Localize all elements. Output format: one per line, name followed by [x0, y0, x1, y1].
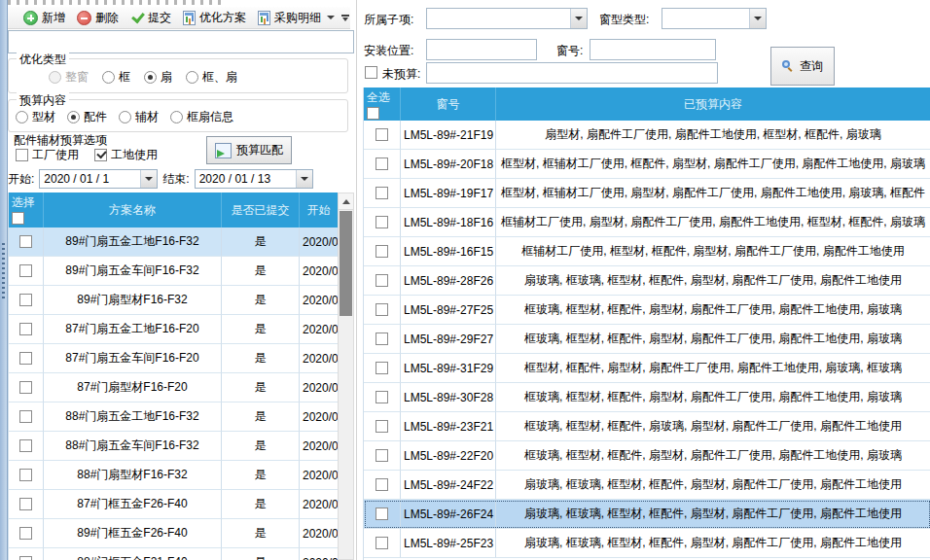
- select-all-checkbox[interactable]: [12, 212, 24, 225]
- select-all-checkbox[interactable]: [367, 107, 379, 120]
- row-checkbox[interactable]: [19, 381, 32, 394]
- chevron-down-icon[interactable]: [749, 9, 766, 28]
- table-row[interactable]: LM5L-89#-19F17框型材, 框辅材工厂使用, 扇型材, 扇配件工厂使用…: [364, 179, 930, 208]
- table-row[interactable]: LM5L-89#-20F18框型材, 框辅材工厂使用, 框配件, 扇型材, 扇配…: [364, 150, 930, 179]
- radio-whole-window[interactable]: 整窗: [49, 69, 89, 86]
- row-select-cell: [9, 402, 44, 432]
- row-checkbox[interactable]: [376, 420, 388, 433]
- plan-table-scrollbar[interactable]: [338, 192, 354, 560]
- table-row[interactable]: 87#门扇五金工地F16-F20是2020/0: [9, 315, 339, 344]
- row-checkbox[interactable]: [376, 128, 388, 141]
- table-row[interactable]: 88#门扇五金车间F16-F32是2020/0: [9, 432, 339, 461]
- radio-profile[interactable]: 型材: [16, 109, 55, 125]
- query-button[interactable]: 查询: [770, 47, 835, 86]
- row-checkbox[interactable]: [19, 352, 32, 365]
- table-row[interactable]: 88#门扇五金工地F16-F32是2020/0: [9, 402, 339, 432]
- date-start-picker[interactable]: 2020 / 01 / 1: [39, 169, 158, 189]
- plan-name-header[interactable]: 方案名称: [44, 192, 222, 228]
- table-row[interactable]: LM5L-89#-22F20框玻璃, 框型材, 框配件, 扇型材, 扇配件工厂使…: [364, 441, 930, 471]
- no-budget-checkbox[interactable]: [365, 66, 377, 79]
- toolbar-overflow-button[interactable]: [341, 9, 349, 26]
- checkbox-site-use[interactable]: 工地使用: [94, 147, 158, 163]
- table-row[interactable]: 89#门框五金F26-F40是2020/0: [9, 519, 339, 548]
- purchase-detail-button[interactable]: 采购明细: [253, 8, 340, 28]
- table-row[interactable]: LM5L-89#-16F15框辅材工厂使用, 框型材, 框配件, 扇型材, 扇配…: [364, 237, 930, 266]
- checkbox-factory-use[interactable]: 工厂使用: [16, 147, 79, 163]
- row-checkbox[interactable]: [376, 449, 388, 462]
- row-checkbox[interactable]: [19, 323, 32, 335]
- row-checkbox[interactable]: [376, 274, 388, 287]
- chevron-down-icon[interactable]: [296, 170, 312, 188]
- row-checkbox[interactable]: [376, 332, 388, 345]
- row-checkbox[interactable]: [19, 410, 32, 423]
- budgeted-content-header[interactable]: 已预算内容: [496, 88, 930, 121]
- plan-filter-input[interactable]: [8, 30, 354, 53]
- budgeted-content-cell: 框玻璃, 框型材, 框配件, 扇型材, 扇配件工厂使用, 扇配件工地使用, 扇玻…: [496, 325, 930, 354]
- optimize-plan-button[interactable]: 优化方案: [178, 8, 251, 28]
- delete-button[interactable]: 删除: [72, 8, 124, 28]
- no-budget-input[interactable]: [426, 62, 718, 84]
- row-checkbox[interactable]: [19, 264, 32, 277]
- radio-accessory[interactable]: 配件: [67, 109, 107, 125]
- row-checkbox[interactable]: [376, 537, 388, 549]
- table-row[interactable]: 89#门扇五金车间F16-F32是2020/0: [9, 257, 339, 286]
- chevron-down-icon[interactable]: [570, 9, 587, 28]
- collapsed-splitter[interactable]: [0, 0, 8, 560]
- plan-table: 选择 方案名称 是否已提交 开始 89#门扇五金工地F16-F32是2020/0…: [8, 192, 339, 560]
- row-checkbox[interactable]: [376, 216, 388, 228]
- submitted-header[interactable]: 是否已提交: [222, 192, 300, 228]
- table-row[interactable]: LM5L-89#-18F16框辅材工厂使用, 扇型材, 扇配件工厂使用, 扇配件…: [364, 208, 930, 237]
- table-row[interactable]: 87#门扇五金车间F16-F20是2020/0: [9, 344, 339, 373]
- row-checkbox[interactable]: [19, 527, 32, 540]
- row-checkbox[interactable]: [376, 391, 388, 403]
- submit-button[interactable]: 提交: [125, 8, 176, 28]
- row-checkbox[interactable]: [376, 303, 388, 316]
- table-row[interactable]: 89#门扇型材F16-F32是2020/0: [9, 286, 339, 315]
- sub-item-select[interactable]: [426, 8, 588, 29]
- window-no-input[interactable]: [590, 39, 716, 60]
- radio-frame[interactable]: 框: [102, 69, 130, 86]
- row-checkbox[interactable]: [376, 478, 388, 491]
- row-checkbox[interactable]: [376, 362, 388, 374]
- table-row[interactable]: LM5L-89#-23F21框玻璃, 框型材, 框配件, 扇玻璃, 扇型材, 扇…: [364, 412, 930, 441]
- chevron-down-icon[interactable]: [140, 170, 157, 188]
- start-header[interactable]: 开始: [300, 192, 339, 228]
- table-row[interactable]: 87#门扇型材F16-F20是2020/0: [9, 373, 339, 402]
- row-checkbox[interactable]: [19, 469, 32, 481]
- new-button[interactable]: 新增: [18, 8, 70, 28]
- scrollbar-thumb[interactable]: [340, 211, 352, 316]
- table-row[interactable]: 89#门扇五金工地F16-F32是2020/0: [9, 228, 339, 257]
- radio-frame-sash-info[interactable]: 框扇信息: [170, 109, 233, 125]
- table-row[interactable]: LM5L-89#-21F19扇型材, 扇配件工厂使用, 扇配件工地使用, 框型材…: [364, 121, 930, 150]
- table-row[interactable]: LM5L-89#-28F26扇玻璃, 框玻璃, 框型材, 框配件, 扇型材, 扇…: [364, 266, 930, 296]
- window-type-select[interactable]: [662, 8, 767, 29]
- table-row[interactable]: LM5L-89#-27F25框玻璃, 框型材, 框配件, 扇型材, 扇配件工厂使…: [364, 296, 930, 325]
- install-position-input[interactable]: [426, 39, 537, 60]
- table-row[interactable]: LM5L-89#-31F29框型材, 框配件, 扇型材, 扇配件工厂使用, 扇配…: [364, 354, 930, 383]
- row-checkbox[interactable]: [19, 556, 32, 560]
- table-row[interactable]: 88#门扇型材F16-F32是2020/0: [9, 461, 339, 490]
- row-checkbox[interactable]: [376, 187, 388, 199]
- table-row[interactable]: 88#门框五金F21-F40是2020/0: [9, 548, 339, 560]
- row-checkbox[interactable]: [376, 245, 388, 258]
- budget-match-button[interactable]: 预算匹配: [206, 136, 292, 164]
- table-row[interactable]: LM5L-89#-26F24扇玻璃, 框玻璃, 框型材, 框配件, 扇型材, 扇…: [364, 500, 930, 529]
- date-end-picker[interactable]: 2020 / 01 / 13: [195, 169, 313, 189]
- radio-sash[interactable]: 扇: [144, 69, 172, 86]
- table-row[interactable]: LM5L-89#-30F28框玻璃, 框型材, 框配件, 扇型材, 扇配件工厂使…: [364, 383, 930, 412]
- scroll-up-icon[interactable]: [339, 193, 353, 210]
- window-no-header[interactable]: 窗号: [401, 88, 496, 121]
- row-checkbox[interactable]: [19, 439, 32, 452]
- table-row[interactable]: LM5L-89#-24F22扇玻璃, 框玻璃, 框型材, 框配件, 扇型材, 扇…: [364, 471, 930, 500]
- table-row[interactable]: 87#门框五金F26-F40是2020/0: [9, 490, 339, 519]
- row-checkbox[interactable]: [19, 235, 32, 248]
- row-checkbox[interactable]: [19, 294, 32, 306]
- row-checkbox[interactable]: [376, 508, 388, 520]
- table-row[interactable]: LM5L-89#-29F27框玻璃, 框型材, 框配件, 扇型材, 扇配件工厂使…: [364, 325, 930, 354]
- radio-auxiliary[interactable]: 辅材: [119, 109, 159, 125]
- row-checkbox[interactable]: [19, 498, 32, 510]
- row-checkbox[interactable]: [376, 158, 388, 170]
- table-row[interactable]: LM5L-89#-25F23扇玻璃, 框玻璃, 框型材, 框配件, 扇型材, 扇…: [364, 529, 930, 558]
- plan-name-cell: 87#门扇五金车间F16-F20: [44, 344, 222, 373]
- radio-frame-sash[interactable]: 框、扇: [186, 69, 237, 86]
